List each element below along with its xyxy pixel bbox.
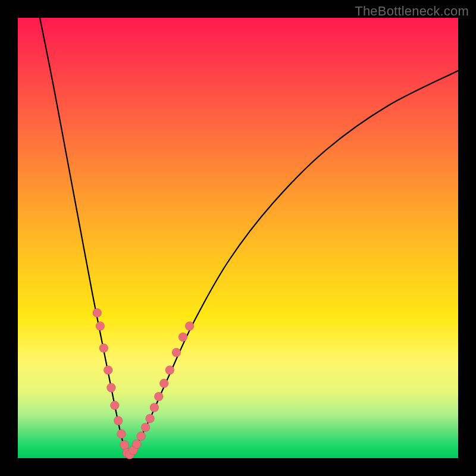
bead-marker [150,403,159,412]
bead-marker [104,366,112,375]
bead-marker [120,440,129,449]
bead-marker [146,414,155,423]
bead-marker [137,432,146,441]
bead-marker [159,379,168,388]
bead-marker [154,392,163,401]
bead-marker [93,308,102,317]
bead-marker [99,344,108,353]
bead-marker [165,366,174,375]
plot-area [18,18,458,458]
bead-marker [110,401,119,410]
bead-marker [185,322,194,331]
bead-markers [93,308,194,459]
bead-marker [107,383,115,392]
curve-layer [18,18,458,458]
bead-marker [141,423,150,432]
curve-left-branch [40,18,128,458]
curve-right-branch [128,71,458,458]
bead-marker [114,416,123,425]
bead-marker [132,440,141,449]
watermark-text: TheBottleneck.com [355,4,469,19]
bead-marker [96,322,105,331]
chart-frame: TheBottleneck.com [0,0,476,476]
bead-marker [178,333,187,342]
bead-marker [117,430,126,439]
bead-marker [172,348,181,357]
